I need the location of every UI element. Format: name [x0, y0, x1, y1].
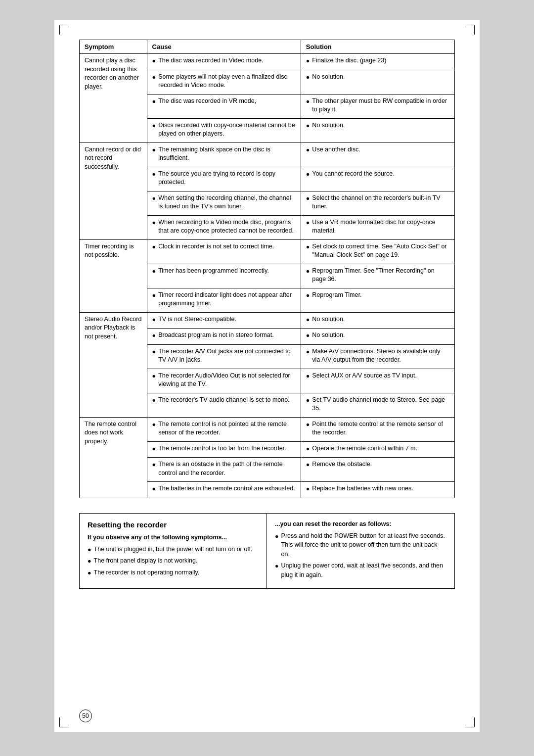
- solution-cell: ●Set clock to correct time. See "Auto Cl…: [301, 239, 454, 264]
- reset-left-panel: Resetting the recorder If you observe an…: [80, 514, 267, 589]
- bullet-icon: ●: [306, 219, 310, 228]
- solution-text: Select the channel on the recorder's bui…: [312, 194, 449, 211]
- solution-text: No solution.: [312, 331, 449, 340]
- corner-mark-br: [465, 717, 475, 727]
- bullet-icon: ●: [306, 243, 310, 252]
- bullet-icon: ●: [152, 445, 156, 454]
- bullet-icon: ●: [152, 291, 156, 300]
- cause-cell: ●The disc was recorded in Video mode.: [147, 54, 301, 70]
- cause-cell: ●Broadcast program is not in stereo form…: [147, 329, 301, 345]
- bullet-icon: ●: [152, 122, 156, 131]
- reset-right-panel: ...you can reset the recorder as follows…: [267, 514, 454, 589]
- bullet-icon: ●: [306, 122, 310, 131]
- solution-text: You cannot record the source.: [312, 170, 449, 179]
- solution-text: Use a VR mode formatted disc for copy-on…: [312, 218, 449, 236]
- solution-text: Point the remote control at the remote s…: [312, 420, 449, 437]
- reset-bullet-text: Unplug the power cord, wait at least fiv…: [281, 561, 446, 580]
- bullet-icon: ●: [152, 461, 156, 470]
- bullet-icon: ●: [306, 445, 310, 454]
- bullet-icon: ●: [152, 97, 156, 106]
- bullet-icon: ●: [152, 219, 156, 228]
- bullet-icon: ●: [306, 372, 310, 381]
- bullet-icon: ●: [306, 461, 310, 470]
- solution-text: Remove the obstacle.: [312, 460, 449, 469]
- cause-cell: ●There is an obstacle in the path of the…: [147, 458, 301, 482]
- solution-cell: ●Finalize the disc. (page 23): [301, 54, 454, 70]
- cause-text: The recorder A/V Out jacks are not conne…: [158, 347, 296, 365]
- solution-text: No solution.: [312, 315, 449, 324]
- reset-section: Resetting the recorder If you observe an…: [79, 513, 455, 589]
- bullet-icon: ●: [275, 532, 279, 541]
- reset-right-bullet-item: ●Unplug the power cord, wait at least fi…: [275, 561, 446, 580]
- solution-cell: ●You cannot record the source.: [301, 167, 454, 191]
- cause-cell: ●Timer record indicator light does not a…: [147, 288, 301, 312]
- bullet-icon: ●: [152, 331, 156, 340]
- solution-cell: ●No solution.: [301, 312, 454, 329]
- solution-cell: ●The other player must be RW compatible …: [301, 94, 454, 118]
- cause-text: The disc was recorded in Video mode.: [158, 56, 296, 65]
- cause-text: The remote control is not pointed at the…: [158, 420, 296, 437]
- reset-right-subtitle: ...you can reset the recorder as follows…: [275, 520, 446, 527]
- solution-text: Operate the remote control within 7 m.: [312, 444, 449, 453]
- cause-text: The recorder's TV audio channel is set t…: [158, 396, 296, 405]
- corner-mark-tl: [59, 25, 69, 35]
- solution-cell: ●Make A/V connections. Stereo is availab…: [301, 344, 454, 369]
- cause-cell: ●TV is not Stereo-compatible.: [147, 312, 301, 329]
- reset-left-bullet-item: ●The recorder is not operating normally.: [88, 568, 259, 578]
- cause-text: When setting the recording channel, the …: [158, 194, 296, 211]
- bullet-icon: ●: [152, 146, 156, 155]
- symptom-cell: Cannot record or did not record successf…: [80, 142, 147, 239]
- cause-text: The source you are trying to record is c…: [158, 170, 296, 187]
- solution-cell: ●Replace the batteries with new ones.: [301, 482, 454, 498]
- solution-cell: ●Use another disc.: [301, 142, 454, 167]
- cause-text: Timer has been programmed incorrectly.: [158, 267, 296, 276]
- cause-cell: ●Some players will not play even a final…: [147, 70, 301, 94]
- solution-text: Use another disc.: [312, 145, 449, 154]
- solution-text: Reprogram Timer. See "Timer Recording" o…: [312, 267, 449, 284]
- bullet-icon: ●: [306, 331, 310, 340]
- solution-cell: ●No solution.: [301, 70, 454, 94]
- cause-cell: ●The disc was recorded in VR mode,: [147, 94, 301, 118]
- symptom-cell: The remote control does not work properl…: [80, 417, 147, 498]
- bullet-icon: ●: [152, 243, 156, 252]
- bullet-icon: ●: [306, 348, 310, 357]
- symptom-cell: Timer recording is not possible.: [80, 239, 147, 312]
- solution-text: Reprogram Timer.: [312, 291, 449, 300]
- bullet-icon: ●: [152, 421, 156, 429]
- bullet-icon: ●: [306, 57, 310, 66]
- cause-cell: ●When setting the recording channel, the…: [147, 191, 301, 215]
- solution-cell: ●Point the remote control at the remote …: [301, 417, 454, 441]
- bullet-icon: ●: [306, 170, 310, 179]
- solution-cell: ●Reprogram Timer.: [301, 288, 454, 312]
- solution-cell: ●Select the channel on the recorder's bu…: [301, 191, 454, 215]
- solution-text: No solution.: [312, 73, 449, 82]
- cause-text: Discs recorded with copy-once material c…: [158, 121, 296, 139]
- reset-left-bullet-item: ●The unit is plugged in, but the power w…: [88, 545, 259, 555]
- solution-cell: ●No solution.: [301, 329, 454, 345]
- solution-text: The other player must be RW compatible i…: [312, 97, 449, 114]
- bullet-icon: ●: [152, 316, 156, 325]
- solution-text: Set clock to correct time. See "Auto Clo…: [312, 242, 449, 260]
- solution-cell: ●Remove the obstacle.: [301, 458, 454, 482]
- reset-bullet-text: The recorder is not operating normally.: [94, 568, 259, 577]
- solution-text: Replace the batteries with new ones.: [312, 484, 449, 493]
- bullet-icon: ●: [152, 396, 156, 405]
- bullet-icon: ●: [306, 485, 310, 494]
- cause-text: There is an obstacle in the path of the …: [158, 460, 296, 477]
- bullet-icon: ●: [152, 372, 156, 381]
- symptom-cell: Stereo Audio Record and/or Playback is n…: [80, 312, 147, 417]
- bullet-icon: ●: [306, 97, 310, 106]
- solution-cell: ●No solution.: [301, 118, 454, 142]
- reset-right-bullet-item: ●Press and hold the POWER button for at …: [275, 531, 446, 559]
- cause-cell: ●The recorder's TV audio channel is set …: [147, 393, 301, 417]
- solution-cell: ●Use a VR mode formatted disc for copy-o…: [301, 215, 454, 239]
- reset-bullet-text: The unit is plugged in, but the power wi…: [94, 545, 259, 554]
- bullet-icon: ●: [306, 146, 310, 155]
- cause-text: The remaining blank space on the disc is…: [158, 145, 296, 163]
- bullet-icon: ●: [152, 485, 156, 494]
- bullet-icon: ●: [152, 348, 156, 357]
- page: Symptom Cause Solution Cannot play a dis…: [54, 20, 480, 732]
- cause-cell: ●The remote control is not pointed at th…: [147, 417, 301, 441]
- solution-text: Set TV audio channel mode to Stereo. See…: [312, 396, 449, 413]
- corner-mark-bl: [59, 717, 69, 727]
